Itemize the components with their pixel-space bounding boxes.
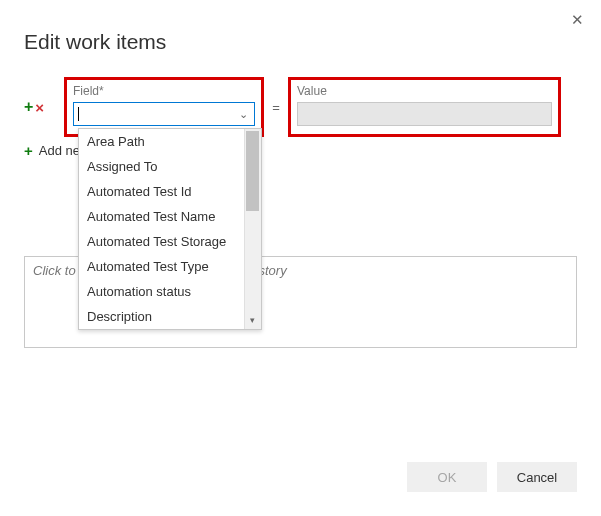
- value-input[interactable]: [297, 102, 552, 126]
- scrollbar-thumb[interactable]: [246, 131, 259, 211]
- field-combobox[interactable]: ⌄: [73, 102, 255, 126]
- close-icon[interactable]: ✕: [569, 12, 585, 28]
- field-row: + × Field* ⌄ = Value: [24, 82, 579, 132]
- dropdown-option[interactable]: Automated Test Storage: [79, 229, 261, 254]
- dropdown-option[interactable]: Automated Test Name: [79, 204, 261, 229]
- dialog-footer: OK Cancel: [407, 462, 577, 492]
- scroll-down-icon[interactable]: ▾: [246, 314, 259, 327]
- text-cursor: [78, 107, 79, 121]
- ok-button[interactable]: OK: [407, 462, 487, 492]
- value-label: Value: [297, 84, 552, 100]
- dialog-title: Edit work items: [0, 0, 601, 54]
- dropdown-scrollbar[interactable]: ▾: [244, 129, 261, 329]
- field-dropdown[interactable]: Area Path Assigned To Automated Test Id …: [78, 128, 262, 330]
- equals-sign: =: [264, 100, 288, 115]
- dropdown-option[interactable]: Assigned To: [79, 154, 261, 179]
- dropdown-option[interactable]: Automation status: [79, 279, 261, 304]
- remove-row-icon[interactable]: ×: [35, 99, 44, 116]
- row-actions: + ×: [24, 98, 64, 116]
- dropdown-option[interactable]: Description: [79, 304, 261, 329]
- field-label: Field*: [73, 84, 255, 100]
- cancel-button[interactable]: Cancel: [497, 462, 577, 492]
- add-row-icon[interactable]: +: [24, 98, 33, 116]
- dropdown-option[interactable]: Area Path: [79, 129, 261, 154]
- chevron-down-icon[interactable]: ⌄: [239, 108, 248, 121]
- dropdown-option[interactable]: Automated Test Type: [79, 254, 261, 279]
- edit-work-items-dialog: ✕ Edit work items + × Field* ⌄ = Value +: [0, 0, 601, 516]
- plus-icon: +: [24, 142, 33, 159]
- dropdown-option[interactable]: Automated Test Id: [79, 179, 261, 204]
- value-highlight: Value: [288, 77, 561, 137]
